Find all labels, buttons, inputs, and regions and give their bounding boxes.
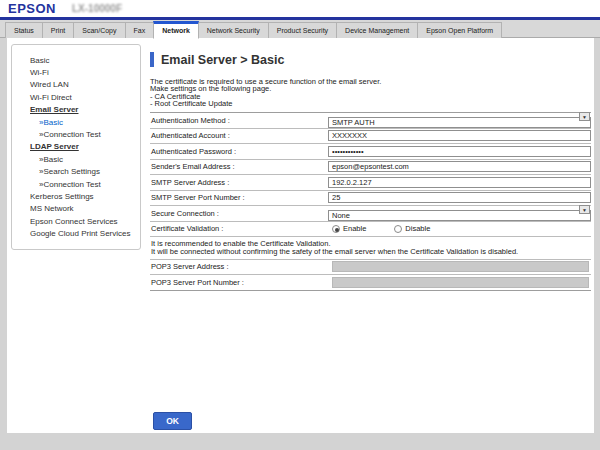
certificate-validation-disable-radio[interactable]: Disable [394,224,430,233]
app-header: EPSON LX-10000F [0,0,600,17]
authentication-method-value[interactable] [328,117,591,128]
sidebar-item-email-basic[interactable]: »Basic [12,116,138,128]
field-label: Secure Connection : [150,209,328,218]
radio-unchecked-icon[interactable] [394,225,402,233]
form-row-authenticated-account: Authenticated Account : [150,129,591,145]
description-line: Make settings on the following page. [150,85,591,92]
sidebar-nav: Basic Wi-Fi Wired LAN Wi-Fi Direct Email… [11,44,141,250]
field-label: Sender's Email Address : [150,162,328,171]
epson-logo: EPSON [8,1,56,16]
sidebar-item-kerberos-settings[interactable]: Kerberos Settings [12,190,138,202]
email-server-form: Authentication Method : ▼ Authenticated … [150,112,591,290]
certificate-validation-radio-group: Enable Disable [328,224,430,233]
tab-print[interactable]: Print [42,22,74,38]
authenticated-account-input[interactable] [328,130,591,141]
sidebar-item-ms-network[interactable]: MS Network [12,203,138,215]
field-label: Authentication Method : [150,116,328,125]
certificate-validation-enable-radio[interactable]: Enable [332,224,366,233]
form-row-authentication-method: Authentication Method : ▼ [150,113,591,129]
tab-network[interactable]: Network [153,21,199,39]
form-row-certificate-validation: Certificate Validation : Enable Disable [150,222,591,238]
sidebar-item-epson-connect-services[interactable]: Epson Connect Services [12,215,138,227]
field-label: SMTP Server Port Number : [150,193,328,202]
ok-button[interactable]: OK [153,412,192,430]
field-label: Certificate Validation : [150,224,328,233]
tab-device-management[interactable]: Device Management [336,22,418,38]
field-label: POP3 Server Address : [150,262,328,271]
note-line: It will be connected without confirming … [151,248,591,256]
printer-model-redacted: LX-10000F [72,3,122,14]
form-row-smtp-server-address: SMTP Server Address : [150,175,591,191]
radio-checked-icon[interactable] [332,225,340,233]
chevron-down-icon[interactable]: ▼ [579,205,590,214]
description-line: - Root Certificate Update [150,100,591,107]
main-panel: Email Server > Basic The certificate is … [150,52,591,291]
tab-list: Status Print Scan/Copy Fax Network Netwo… [5,20,600,38]
field-label: SMTP Server Address : [150,178,328,187]
sidebar-section-ldap-server[interactable]: LDAP Server [12,141,138,153]
tab-status[interactable]: Status [5,22,43,38]
field-label: Authenticated Account : [150,131,328,140]
sidebar-section-email-server[interactable]: Email Server [12,104,138,116]
sidebar-item-basic[interactable]: Basic [12,54,138,66]
smtp-server-port-number-input[interactable] [328,192,591,203]
sidebar-item-email-connection-test[interactable]: »Connection Test [12,128,138,140]
tab-product-security[interactable]: Product Security [268,22,337,38]
senders-email-address-input[interactable] [328,161,591,172]
field-label: POP3 Server Port Number : [150,278,328,287]
form-row-senders-email-address: Sender's Email Address : [150,160,591,176]
sidebar-item-google-cloud-print-services[interactable]: Google Cloud Print Services [12,227,138,239]
page-title-row: Email Server > Basic [150,52,591,67]
form-row-pop3-server-port-number: POP3 Server Port Number : [150,275,591,291]
radio-label: Disable [405,224,430,233]
sidebar-item-wifi[interactable]: Wi-Fi [12,66,138,78]
tab-epson-open-platform[interactable]: Epson Open Platform [417,22,502,38]
authentication-method-select[interactable]: ▼ [328,111,591,129]
radio-label: Enable [343,224,366,233]
tab-bar: Status Print Scan/Copy Fax Network Netwo… [0,20,600,38]
page-description: The certificate is required to use a sec… [150,78,591,107]
secure-connection-value[interactable] [328,210,591,221]
pop3-server-port-number-input [332,277,589,288]
content-area: Basic Wi-Fi Wired LAN Wi-Fi Direct Email… [7,38,594,433]
form-row-secure-connection: Secure Connection : ▼ [150,206,591,222]
smtp-server-address-input[interactable] [328,177,591,188]
authenticated-password-input[interactable] [328,146,591,157]
title-accent-bar [150,52,154,67]
chevron-down-icon[interactable]: ▼ [579,112,590,121]
certificate-validation-note: It is recommended to enable the Certific… [150,237,591,259]
sidebar-item-wifi-direct[interactable]: Wi-Fi Direct [12,91,138,103]
form-row-pop3-server-address: POP3 Server Address : [150,260,591,276]
tab-network-security[interactable]: Network Security [198,22,269,38]
epson-web-config-page: { "header": { "brand": "EPSON", "model":… [0,0,600,450]
sidebar-item-ldap-search-settings[interactable]: »Search Settings [12,166,138,178]
sidebar-item-ldap-connection-test[interactable]: »Connection Test [12,178,138,190]
field-label: Authenticated Password : [150,147,328,156]
secure-connection-select[interactable]: ▼ [328,204,591,222]
page-title: Email Server > Basic [161,53,284,67]
sidebar-item-ldap-basic[interactable]: »Basic [12,153,138,165]
tab-fax[interactable]: Fax [125,22,155,38]
sidebar-item-wired-lan[interactable]: Wired LAN [12,79,138,91]
form-row-authenticated-password: Authenticated Password : [150,144,591,160]
pop3-server-address-input [332,261,589,272]
tab-scan-copy[interactable]: Scan/Copy [73,22,125,38]
